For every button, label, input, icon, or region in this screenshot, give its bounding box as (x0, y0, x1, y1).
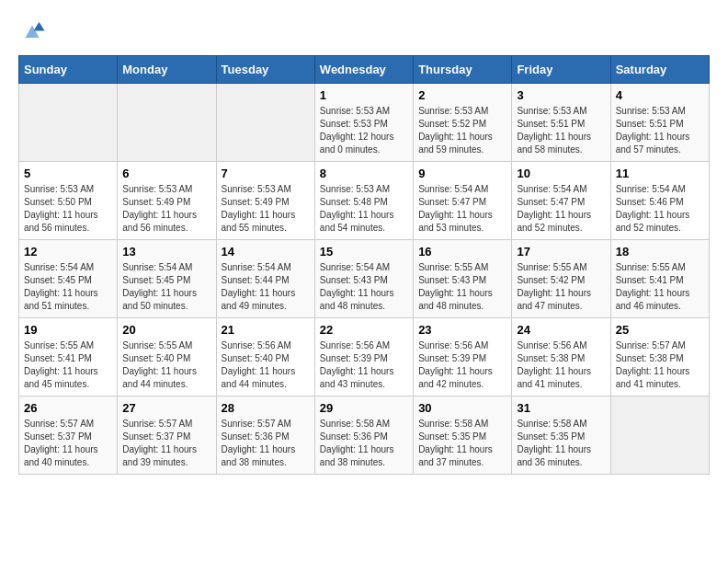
calendar-body: 1Sunrise: 5:53 AM Sunset: 5:53 PM Daylig… (19, 84, 710, 475)
calendar-cell: 4Sunrise: 5:53 AM Sunset: 5:51 PM Daylig… (610, 84, 709, 162)
weekday-header-saturday: Saturday (610, 56, 709, 84)
day-number: 22 (320, 323, 408, 337)
day-number: 30 (418, 401, 506, 415)
calendar-cell: 10Sunrise: 5:54 AM Sunset: 5:47 PM Dayli… (512, 162, 610, 240)
logo-icon (18, 18, 46, 46)
day-number: 11 (616, 167, 704, 180)
calendar-cell (216, 84, 314, 162)
calendar-cell: 7Sunrise: 5:53 AM Sunset: 5:49 PM Daylig… (216, 162, 314, 240)
day-number: 14 (222, 245, 310, 259)
day-number: 16 (418, 245, 506, 259)
calendar-cell: 22Sunrise: 5:56 AM Sunset: 5:39 PM Dayli… (314, 318, 413, 396)
calendar-cell: 11Sunrise: 5:54 AM Sunset: 5:46 PM Dayli… (610, 162, 709, 240)
day-number: 13 (122, 245, 210, 259)
day-info: Sunrise: 5:57 AM Sunset: 5:37 PM Dayligh… (24, 418, 112, 469)
day-number: 23 (418, 323, 506, 337)
day-info: Sunrise: 5:53 AM Sunset: 5:51 PM Dayligh… (616, 105, 704, 156)
day-number: 20 (122, 323, 210, 337)
day-number: 27 (122, 401, 210, 415)
day-info: Sunrise: 5:53 AM Sunset: 5:48 PM Dayligh… (320, 183, 408, 235)
calendar-week-row: 12Sunrise: 5:54 AM Sunset: 5:45 PM Dayli… (19, 240, 710, 318)
calendar-cell: 25Sunrise: 5:57 AM Sunset: 5:38 PM Dayli… (610, 318, 709, 396)
day-info: Sunrise: 5:56 AM Sunset: 5:39 PM Dayligh… (418, 339, 506, 391)
calendar-cell: 20Sunrise: 5:55 AM Sunset: 5:40 PM Dayli… (118, 318, 216, 396)
day-info: Sunrise: 5:58 AM Sunset: 5:35 PM Dayligh… (517, 418, 605, 469)
page-header (18, 18, 710, 46)
calendar-cell: 15Sunrise: 5:54 AM Sunset: 5:43 PM Dayli… (314, 240, 413, 318)
day-info: Sunrise: 5:54 AM Sunset: 5:47 PM Dayligh… (517, 183, 605, 235)
day-info: Sunrise: 5:57 AM Sunset: 5:38 PM Dayligh… (616, 339, 704, 391)
logo (18, 18, 50, 46)
calendar-cell: 3Sunrise: 5:53 AM Sunset: 5:51 PM Daylig… (512, 84, 610, 162)
day-info: Sunrise: 5:53 AM Sunset: 5:53 PM Dayligh… (320, 105, 408, 156)
calendar-cell: 21Sunrise: 5:56 AM Sunset: 5:40 PM Dayli… (216, 318, 314, 396)
calendar-cell: 2Sunrise: 5:53 AM Sunset: 5:52 PM Daylig… (414, 84, 512, 162)
day-info: Sunrise: 5:57 AM Sunset: 5:36 PM Dayligh… (222, 418, 310, 469)
calendar-cell: 12Sunrise: 5:54 AM Sunset: 5:45 PM Dayli… (19, 240, 118, 318)
calendar-cell: 28Sunrise: 5:57 AM Sunset: 5:36 PM Dayli… (216, 396, 314, 475)
day-number: 19 (24, 323, 112, 337)
day-info: Sunrise: 5:56 AM Sunset: 5:38 PM Dayligh… (517, 339, 605, 391)
weekday-header-sunday: Sunday (19, 56, 118, 84)
calendar-cell (610, 396, 709, 475)
weekday-header-row: SundayMondayTuesdayWednesdayThursdayFrid… (19, 56, 710, 84)
day-number: 4 (616, 88, 704, 102)
day-info: Sunrise: 5:58 AM Sunset: 5:36 PM Dayligh… (320, 418, 408, 469)
day-info: Sunrise: 5:54 AM Sunset: 5:44 PM Dayligh… (222, 261, 310, 313)
day-info: Sunrise: 5:54 AM Sunset: 5:45 PM Dayligh… (122, 261, 210, 313)
calendar-cell: 29Sunrise: 5:58 AM Sunset: 5:36 PM Dayli… (314, 396, 413, 475)
day-info: Sunrise: 5:54 AM Sunset: 5:46 PM Dayligh… (616, 183, 704, 235)
day-number: 25 (616, 323, 704, 337)
day-info: Sunrise: 5:53 AM Sunset: 5:52 PM Dayligh… (418, 105, 506, 156)
calendar-week-row: 26Sunrise: 5:57 AM Sunset: 5:37 PM Dayli… (19, 396, 710, 475)
day-info: Sunrise: 5:56 AM Sunset: 5:39 PM Dayligh… (320, 339, 408, 391)
day-number: 8 (320, 167, 408, 180)
calendar-week-row: 1Sunrise: 5:53 AM Sunset: 5:53 PM Daylig… (19, 84, 710, 162)
calendar-cell: 18Sunrise: 5:55 AM Sunset: 5:41 PM Dayli… (610, 240, 709, 318)
day-number: 1 (320, 88, 408, 102)
day-number: 26 (24, 401, 112, 415)
calendar-cell: 19Sunrise: 5:55 AM Sunset: 5:41 PM Dayli… (19, 318, 118, 396)
day-number: 10 (517, 167, 605, 180)
day-info: Sunrise: 5:55 AM Sunset: 5:42 PM Dayligh… (517, 261, 605, 313)
calendar-cell: 9Sunrise: 5:54 AM Sunset: 5:47 PM Daylig… (414, 162, 512, 240)
calendar-cell: 23Sunrise: 5:56 AM Sunset: 5:39 PM Dayli… (414, 318, 512, 396)
day-info: Sunrise: 5:53 AM Sunset: 5:49 PM Dayligh… (222, 183, 310, 235)
day-info: Sunrise: 5:55 AM Sunset: 5:43 PM Dayligh… (418, 261, 506, 313)
calendar-cell: 14Sunrise: 5:54 AM Sunset: 5:44 PM Dayli… (216, 240, 314, 318)
day-info: Sunrise: 5:54 AM Sunset: 5:45 PM Dayligh… (24, 261, 112, 313)
calendar-cell: 13Sunrise: 5:54 AM Sunset: 5:45 PM Dayli… (118, 240, 216, 318)
day-number: 9 (418, 167, 506, 180)
day-number: 31 (517, 401, 605, 415)
calendar-table: SundayMondayTuesdayWednesdayThursdayFrid… (18, 55, 710, 475)
day-info: Sunrise: 5:55 AM Sunset: 5:40 PM Dayligh… (122, 339, 210, 391)
day-info: Sunrise: 5:53 AM Sunset: 5:51 PM Dayligh… (517, 105, 605, 156)
calendar-week-row: 19Sunrise: 5:55 AM Sunset: 5:41 PM Dayli… (19, 318, 710, 396)
day-number: 21 (222, 323, 310, 337)
day-number: 28 (222, 401, 310, 415)
day-info: Sunrise: 5:57 AM Sunset: 5:37 PM Dayligh… (122, 418, 210, 469)
calendar-cell (118, 84, 216, 162)
day-info: Sunrise: 5:54 AM Sunset: 5:47 PM Dayligh… (418, 183, 506, 235)
weekday-header-tuesday: Tuesday (216, 56, 314, 84)
day-number: 29 (320, 401, 408, 415)
day-number: 24 (517, 323, 605, 337)
svg-marker-0 (34, 22, 45, 31)
calendar-cell: 16Sunrise: 5:55 AM Sunset: 5:43 PM Dayli… (414, 240, 512, 318)
day-number: 17 (517, 245, 605, 259)
calendar-cell: 31Sunrise: 5:58 AM Sunset: 5:35 PM Dayli… (512, 396, 610, 475)
weekday-header-wednesday: Wednesday (314, 56, 413, 84)
day-info: Sunrise: 5:58 AM Sunset: 5:35 PM Dayligh… (418, 418, 506, 469)
calendar-week-row: 5Sunrise: 5:53 AM Sunset: 5:50 PM Daylig… (19, 162, 710, 240)
calendar-cell: 6Sunrise: 5:53 AM Sunset: 5:49 PM Daylig… (118, 162, 216, 240)
calendar-cell (19, 84, 118, 162)
day-number: 6 (122, 167, 210, 180)
day-number: 5 (24, 167, 112, 180)
weekday-header-friday: Friday (512, 56, 610, 84)
calendar-cell: 30Sunrise: 5:58 AM Sunset: 5:35 PM Dayli… (414, 396, 512, 475)
day-number: 3 (517, 88, 605, 102)
calendar-cell: 5Sunrise: 5:53 AM Sunset: 5:50 PM Daylig… (19, 162, 118, 240)
calendar-cell: 26Sunrise: 5:57 AM Sunset: 5:37 PM Dayli… (19, 396, 118, 475)
calendar-cell: 24Sunrise: 5:56 AM Sunset: 5:38 PM Dayli… (512, 318, 610, 396)
day-info: Sunrise: 5:54 AM Sunset: 5:43 PM Dayligh… (320, 261, 408, 313)
